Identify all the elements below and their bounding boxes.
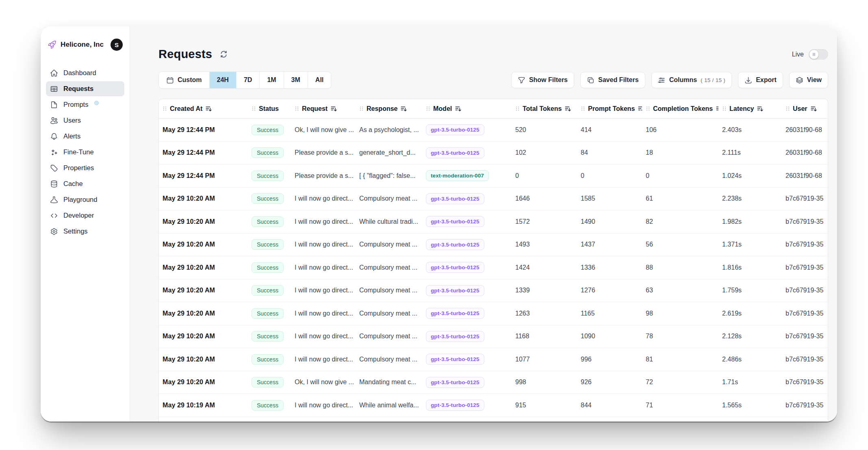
time-filter-custom[interactable]: Custom <box>159 72 209 88</box>
cell-status: Success <box>248 377 291 387</box>
view-button[interactable]: View <box>789 72 828 88</box>
org-switcher[interactable]: Helicone, Inc S <box>46 26 124 56</box>
table-row[interactable]: May 29 10:20 AMSuccessI will now go dire… <box>159 302 828 325</box>
drag-handle-icon <box>359 106 364 112</box>
cell-status: Success <box>248 239 291 250</box>
sidebar-item-fine-tune[interactable]: Fine-Tune <box>46 145 124 160</box>
status-badge: Success <box>252 285 284 296</box>
cell-status: Success <box>248 193 291 204</box>
cell-response: While animal welfa... <box>356 402 422 409</box>
status-badge: Success <box>252 125 284 135</box>
time-filter-1m[interactable]: 1M <box>259 72 283 88</box>
table-row[interactable]: May 29 10:20 AMSuccessI will now go dire… <box>159 210 828 234</box>
sidebar-item-prompts[interactable]: Prompts <box>46 97 124 112</box>
drag-handle-icon <box>515 106 520 112</box>
table-row[interactable]: May 29 10:19 AMSuccessI will now go dire… <box>159 394 828 417</box>
sidebar-item-playground[interactable]: Playground <box>46 192 124 207</box>
cell-status: Success <box>248 171 291 181</box>
table-row[interactable]: May 29 10:20 AMSuccessOk, I will now giv… <box>159 371 828 394</box>
table-row[interactable]: May 29 10:20 AMSuccessI will now go dire… <box>159 325 828 348</box>
refresh-button[interactable] <box>219 50 228 58</box>
users-icon <box>50 117 58 125</box>
column-header-prompt-tokens[interactable]: Prompt Tokens <box>577 105 642 112</box>
export-button[interactable]: Export <box>738 72 783 88</box>
model-badge: text-moderation-007 <box>426 170 489 181</box>
column-header-user[interactable]: User <box>782 105 827 112</box>
status-badge: Success <box>252 216 284 227</box>
cell-total-tokens: 1493 <box>512 241 577 248</box>
cell-user: b7c67919-35 <box>782 356 827 363</box>
bell-icon <box>50 132 58 141</box>
cell-response: Compulsory meat ... <box>356 310 422 317</box>
model-badge: gpt-3.5-turbo-0125 <box>426 285 484 296</box>
pause-icon <box>812 52 816 56</box>
time-filter-24h[interactable]: 24H <box>209 72 236 88</box>
time-filter-3m[interactable]: 3M <box>284 72 308 88</box>
cell-user: b7c67919-35 <box>782 333 827 340</box>
cell-completion-tokens: 63 <box>642 287 718 294</box>
table-row[interactable]: May 29 10:20 AMSuccessI will now go dire… <box>159 234 828 257</box>
cell-total-tokens: 1168 <box>512 333 577 340</box>
model-badge: gpt-3.5-turbo-0125 <box>426 147 484 158</box>
calendar-icon <box>166 76 174 84</box>
time-filter-label: 7D <box>244 76 252 84</box>
model-badge: gpt-3.5-turbo-0125 <box>426 193 484 204</box>
table-row[interactable]: May 29 12:44 PMSuccessPlease provide a s… <box>159 164 828 188</box>
cell-prompt-tokens: 1585 <box>577 195 642 202</box>
column-header-total-tokens[interactable]: Total Tokens <box>512 105 577 112</box>
column-header-label: Prompt Tokens <box>588 105 635 112</box>
sidebar-item-alerts[interactable]: Alerts <box>46 129 124 144</box>
column-header-label: User <box>793 105 807 112</box>
live-label: Live <box>792 51 804 58</box>
columns-button[interactable]: Columns ( 15 / 15 ) <box>651 72 732 88</box>
cell-request: I will now go direct... <box>291 241 356 248</box>
cell-total-tokens: 0 <box>512 172 577 180</box>
drag-handle-icon <box>722 106 727 112</box>
sparkles-icon <box>50 148 58 156</box>
sidebar-item-dashboard[interactable]: Dashboard <box>46 65 124 80</box>
column-header-model[interactable]: Model <box>422 105 512 112</box>
table-row[interactable]: May 29 10:20 AMSuccessI will now go dire… <box>159 256 828 279</box>
table-row[interactable]: May 29 12:44 PMSuccessOk, I will now giv… <box>159 119 828 142</box>
cell-status: Success <box>248 125 291 135</box>
table-row[interactable]: May 29 10:20 AMSuccessI will now go dire… <box>159 348 828 371</box>
cell-completion-tokens: 72 <box>642 379 718 386</box>
sidebar-item-properties[interactable]: Properties <box>46 160 124 175</box>
cell-response: Compulsory meat ... <box>356 195 422 202</box>
status-badge: Success <box>252 239 284 250</box>
live-toggle[interactable] <box>809 49 828 60</box>
cell-created-at: May 29 10:20 AM <box>159 241 248 248</box>
saved-filters-button[interactable]: Saved Filters <box>580 72 645 88</box>
table-row[interactable]: May 29 10:20 AMSuccessI will now go dire… <box>159 279 828 303</box>
column-header-response[interactable]: Response <box>356 105 422 112</box>
column-header-latency[interactable]: Latency <box>718 105 782 112</box>
column-header-status[interactable]: Status <box>248 105 291 112</box>
time-filter-7d[interactable]: 7D <box>236 72 259 88</box>
sidebar-item-developer[interactable]: Developer <box>46 208 124 223</box>
user-avatar[interactable]: S <box>111 39 123 51</box>
time-filter-all[interactable]: All <box>308 72 331 88</box>
table-row[interactable]: May 29 10:20 AMSuccessI will now go dire… <box>159 188 828 211</box>
cell-total-tokens: 1572 <box>512 218 577 225</box>
table-row[interactable]: May 29 12:44 PMSuccessPlease provide a s… <box>159 142 828 165</box>
show-filters-button[interactable]: Show Filters <box>511 72 574 88</box>
cell-user: b7c67919-35 <box>782 287 827 294</box>
cell-latency: 2.619s <box>718 310 782 317</box>
cell-completion-tokens: 81 <box>642 356 718 363</box>
download-icon <box>744 76 752 84</box>
sidebar-item-cache[interactable]: Cache <box>46 176 124 191</box>
cell-response: Compulsory meat ... <box>356 287 422 294</box>
sort-icon <box>716 105 718 112</box>
status-badge: Success <box>252 331 284 342</box>
column-header-created-at[interactable]: Created At <box>159 105 248 112</box>
sidebar-item-settings[interactable]: Settings <box>46 224 124 239</box>
column-header-completion-tokens[interactable]: Completion Tokens <box>642 105 718 112</box>
column-header-request[interactable]: Request <box>291 105 356 112</box>
page-title: Requests <box>158 48 212 61</box>
sidebar-item-label: Prompts <box>63 101 88 108</box>
table-icon <box>50 85 58 93</box>
cell-prompt-tokens: 1437 <box>577 241 642 248</box>
sidebar-item-requests[interactable]: Requests <box>46 81 124 96</box>
sidebar-item-users[interactable]: Users <box>46 113 124 128</box>
cell-prompt-tokens: 1165 <box>577 310 642 317</box>
